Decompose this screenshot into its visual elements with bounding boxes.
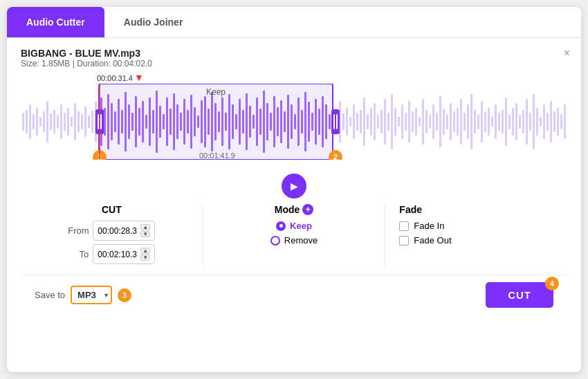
svg-rect-149 — [543, 104, 545, 139]
mode-keep-radio[interactable] — [276, 221, 286, 231]
svg-text:2: 2 — [333, 153, 338, 160]
svg-text:00:01:41.9: 00:01:41.9 — [199, 151, 235, 160]
svg-rect-110 — [408, 101, 410, 142]
svg-rect-136 — [498, 113, 500, 131]
svg-rect-133 — [488, 108, 490, 136]
play-icon: ▶ — [291, 181, 298, 192]
svg-rect-7 — [46, 101, 48, 142]
cut-to-down[interactable]: ▼ — [140, 255, 150, 261]
svg-rect-146 — [533, 94, 535, 149]
mode-plus-button[interactable]: + — [302, 204, 313, 215]
close-button[interactable]: × — [564, 48, 570, 59]
cut-from-input[interactable]: 00:00:28.3 ▲ ▼ — [93, 221, 155, 241]
main-content: BIGBANG - BLUE MV.mp3 Size: 1.85MB | Dur… — [7, 38, 581, 372]
cut-to-label: To — [68, 249, 89, 259]
svg-rect-129 — [474, 110, 476, 133]
svg-rect-13 — [67, 108, 69, 136]
svg-rect-10 — [57, 115, 59, 129]
svg-rect-14 — [71, 117, 73, 127]
fade-out-row[interactable]: Fade Out — [399, 235, 451, 246]
svg-rect-150 — [546, 113, 549, 131]
file-meta: Size: 1.85MB | Duration: 00:04:02.0 — [21, 59, 567, 68]
svg-rect-19 — [88, 115, 90, 128]
waveform-container[interactable]: 1 2 00:01:41.9 Keep — [21, 84, 567, 160]
mode-remove-row[interactable]: Remove — [270, 235, 318, 246]
marker-arrow-icon: ▼ — [134, 73, 144, 82]
format-selector[interactable]: MP3 ▾ — [71, 286, 112, 304]
cut-to-up[interactable]: ▲ — [140, 248, 150, 254]
file-name: BIGBANG - BLUE MV.mp3 — [21, 48, 567, 59]
mode-remove-label: Remove — [284, 235, 318, 246]
tab-audio-cutter[interactable]: Audio Cutter — [7, 7, 104, 37]
svg-rect-137 — [502, 110, 504, 133]
svg-rect-12 — [64, 113, 66, 131]
svg-rect-104 — [387, 113, 389, 131]
mode-keep-row[interactable]: Keep — [276, 221, 312, 231]
cut-action-button[interactable]: CUT — [486, 282, 553, 308]
play-button[interactable]: ▶ — [282, 174, 306, 198]
svg-rect-15 — [74, 103, 76, 140]
svg-rect-105 — [391, 94, 393, 149]
svg-rect-141 — [515, 103, 517, 140]
mode-keep-label: Keep — [290, 221, 312, 231]
svg-rect-140 — [512, 108, 514, 136]
svg-rect-99 — [370, 108, 372, 136]
svg-rect-121 — [446, 114, 448, 129]
mode-section: Mode + Keep Remove — [217, 204, 371, 250]
svg-rect-20 — [91, 111, 93, 133]
svg-rect-120 — [443, 109, 445, 135]
svg-rect-18 — [84, 107, 86, 137]
svg-rect-123 — [453, 111, 455, 132]
svg-rect-116 — [429, 115, 431, 129]
svg-rect-4 — [36, 108, 38, 136]
time-marker-value: 00:00:31.4 — [97, 74, 133, 82]
svg-rect-91 — [342, 113, 344, 130]
cut-to-row: To 00:02:10.3 ▲ ▼ — [68, 244, 155, 264]
svg-rect-153 — [557, 108, 559, 136]
svg-rect-115 — [425, 110, 428, 133]
fade-out-checkbox[interactable] — [399, 236, 409, 246]
cut-from-spinner[interactable]: ▲ ▼ — [140, 224, 150, 237]
svg-rect-9 — [53, 110, 55, 133]
tab-bar: Audio Cutter Audio Joiner — [7, 7, 581, 38]
svg-rect-98 — [367, 114, 369, 129]
svg-rect-1 — [26, 110, 28, 133]
svg-rect-139 — [508, 114, 511, 129]
svg-rect-143 — [522, 110, 524, 133]
svg-rect-145 — [529, 113, 531, 131]
svg-rect-117 — [432, 104, 434, 139]
cut-from-up[interactable]: ▲ — [140, 224, 150, 230]
svg-rect-103 — [384, 99, 386, 145]
fade-title: Fade — [399, 204, 422, 215]
cut-section: CUT From 00:00:28.3 ▲ ▼ To 00:02:10.3 — [35, 204, 189, 268]
bottom-bar: Save to MP3 ▾ 3 4 CUT — [21, 275, 567, 315]
svg-rect-138 — [505, 98, 507, 146]
file-info: BIGBANG - BLUE MV.mp3 Size: 1.85MB | Dur… — [21, 48, 567, 68]
divider-2 — [385, 204, 385, 268]
svg-rect-132 — [484, 111, 486, 132]
svg-rect-114 — [422, 99, 424, 145]
svg-rect-119 — [439, 96, 441, 147]
format-dropdown-icon[interactable]: ▾ — [102, 288, 111, 302]
svg-rect-113 — [419, 117, 421, 127]
fade-in-row[interactable]: Fade In — [399, 221, 444, 231]
cut-from-down[interactable]: ▼ — [140, 231, 150, 237]
cut-to-spinner[interactable]: ▲ ▼ — [140, 248, 150, 261]
svg-rect-11 — [60, 104, 62, 139]
fade-out-label: Fade Out — [414, 235, 451, 246]
svg-rect-100 — [374, 103, 376, 140]
waveform-section: 00:00:31.4 ▼ — [21, 73, 567, 160]
app-container: Audio Cutter Audio Joiner BIGBANG - BLUE… — [7, 7, 581, 372]
svg-rect-111 — [412, 111, 414, 132]
fade-section: Fade Fade In Fade Out — [399, 204, 553, 250]
svg-rect-106 — [394, 108, 396, 136]
svg-rect-128 — [470, 94, 472, 149]
tab-audio-joiner[interactable]: Audio Joiner — [104, 7, 203, 37]
format-value: MP3 — [72, 287, 102, 303]
svg-rect-108 — [401, 104, 403, 139]
mode-remove-radio[interactable] — [270, 236, 280, 246]
cut-to-input[interactable]: 00:02:10.3 ▲ ▼ — [93, 244, 155, 264]
fade-in-checkbox[interactable] — [399, 221, 409, 231]
cut-button-wrap: 4 CUT — [486, 282, 553, 308]
mode-title: Mode + — [275, 204, 314, 215]
